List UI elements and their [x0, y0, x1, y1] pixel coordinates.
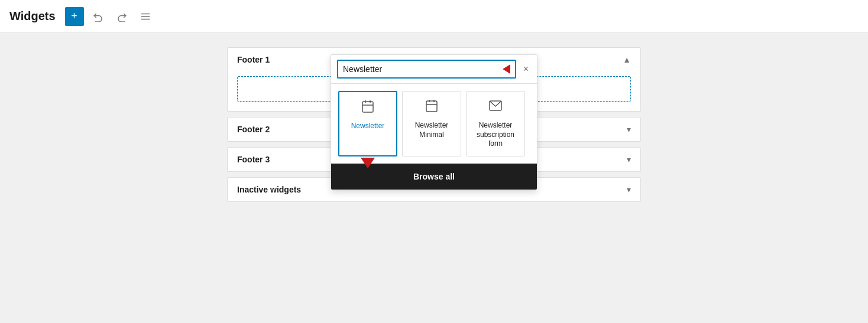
- main-content: Footer 1 ▲ + Footer 2 ▾ Footer 3 ▾ Inact…: [0, 33, 868, 323]
- newsletter-minimal-label: Newsletter Minimal: [409, 121, 455, 139]
- footer1-chevron: ▲: [623, 55, 631, 64]
- add-button[interactable]: +: [65, 7, 84, 26]
- newsletter-icon: [361, 99, 375, 117]
- clear-search-button[interactable]: ×: [521, 63, 531, 76]
- search-row: Newsletter ×: [331, 55, 537, 84]
- page-title: Widgets: [9, 9, 56, 23]
- footer3-title: Footer 3: [237, 155, 270, 164]
- plus-icon: +: [71, 10, 77, 22]
- undo-button[interactable]: [89, 7, 108, 26]
- widget-item-newsletter-sub[interactable]: Newsletter subscription form: [466, 91, 525, 156]
- footer3-chevron: ▾: [627, 155, 631, 164]
- footer2-title: Footer 2: [237, 125, 270, 134]
- inactive-title: Inactive widgets: [237, 185, 301, 194]
- svg-rect-7: [426, 101, 437, 112]
- newsletter-sub-label: Newsletter subscription form: [472, 121, 519, 149]
- menu-icon: [140, 11, 151, 22]
- search-text: Newsletter: [343, 64, 498, 74]
- browse-all-label: Browse all: [413, 172, 455, 181]
- footer2-chevron: ▾: [627, 125, 631, 134]
- widget-item-newsletter-minimal[interactable]: Newsletter Minimal: [402, 91, 461, 156]
- widget-results: Newsletter Newsletter Minimal: [331, 84, 537, 164]
- redo-icon: [116, 11, 127, 22]
- search-input-wrap: Newsletter: [337, 60, 516, 79]
- widget-item-newsletter[interactable]: Newsletter: [338, 91, 397, 156]
- up-arrow-indicator: [361, 158, 375, 168]
- clear-icon: ×: [523, 64, 529, 74]
- inactive-chevron: ▾: [627, 185, 631, 194]
- newsletter-sub-icon: [488, 99, 503, 116]
- svg-rect-3: [362, 102, 373, 112]
- footer1-title: Footer 1: [237, 55, 270, 64]
- header: Widgets +: [0, 0, 868, 33]
- newsletter-minimal-icon: [425, 99, 439, 116]
- menu-button[interactable]: [136, 7, 155, 26]
- undo-icon: [93, 11, 103, 22]
- newsletter-label: Newsletter: [351, 122, 385, 131]
- left-arrow-icon: [503, 64, 510, 74]
- search-dropdown: Newsletter × Newsletter: [331, 54, 537, 190]
- redo-button[interactable]: [112, 7, 131, 26]
